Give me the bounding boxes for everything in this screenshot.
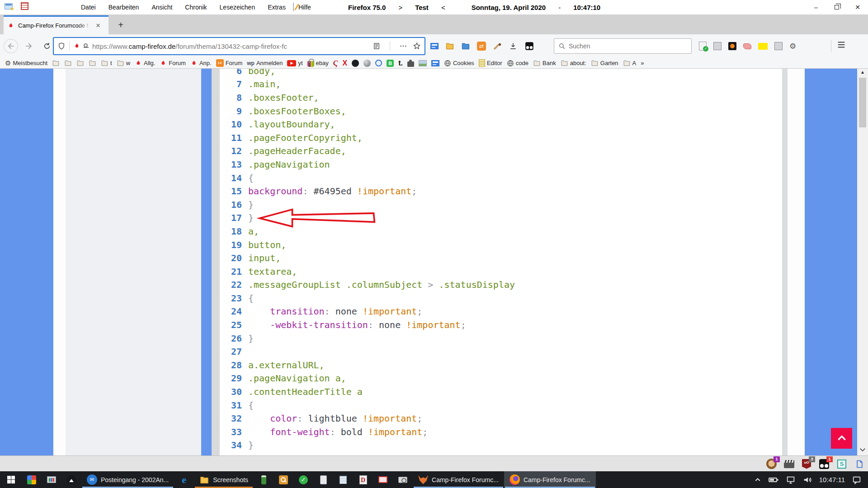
brush-icon[interactable]	[493, 42, 502, 51]
menu-item-extras[interactable]: Extras	[261, 0, 292, 14]
addon-bookmark-page[interactable]	[854, 458, 865, 470]
sidebar-toggle-icon[interactable]	[430, 43, 439, 49]
gear-addon-icon[interactable]: ⚙	[789, 42, 796, 50]
tracking-shield-icon[interactable]	[57, 42, 66, 50]
taskbar-icon-camera[interactable]	[393, 471, 413, 488]
bookmark-item-allg[interactable]: Allg.	[132, 58, 157, 68]
v-badge-icon[interactable]	[713, 42, 722, 50]
bookmark-item[interactable]: t.	[396, 58, 405, 68]
addon-monkey[interactable]: 1	[765, 458, 777, 470]
pencil-note-icon[interactable]	[293, 3, 294, 11]
back-button[interactable]	[4, 39, 18, 53]
search-input[interactable]	[569, 39, 689, 53]
css-addon-icon[interactable]	[758, 43, 768, 50]
bookmark-item[interactable]	[361, 58, 373, 68]
menu-item-lesezeichen[interactable]: Lesezeichen	[213, 0, 262, 14]
bookmark-item-cookies[interactable]: Cookies	[442, 58, 476, 68]
mask-addon-icon[interactable]	[525, 42, 533, 50]
speaker-icon[interactable]	[802, 475, 812, 485]
bookmark-item-w[interactable]: w	[114, 58, 132, 68]
code-left-scrollbar[interactable]	[212, 69, 220, 455]
taskbar-icon-chart-monitor[interactable]	[42, 471, 61, 488]
bookmark-star-icon[interactable]	[413, 42, 421, 50]
menu-button[interactable]	[836, 40, 846, 50]
addon-cookie-mask[interactable]: 1	[818, 458, 830, 470]
orange-dot-addon-icon[interactable]	[728, 42, 736, 50]
bookmark-item-anp[interactable]: Anp.	[188, 58, 214, 68]
menu-item-chronik[interactable]: Chronik	[179, 0, 213, 14]
bookmark-item[interactable]: B	[384, 58, 396, 68]
download-icon[interactable]	[509, 42, 518, 51]
permissions-icon[interactable]	[83, 43, 90, 49]
minimize-button[interactable]: –	[806, 0, 826, 14]
taskbar-icon-edge[interactable]: e	[174, 471, 194, 488]
taskbar-icon-notepad[interactable]	[333, 471, 353, 488]
network-icon[interactable]	[786, 475, 796, 485]
taskbar-button-firefox[interactable]: Camp-Firefox Forumc...	[504, 471, 596, 488]
bookmark-item-editor[interactable]: Editor	[476, 58, 505, 68]
tray-chevron-up-icon[interactable]	[754, 476, 761, 483]
blue-folder-icon[interactable]	[461, 42, 470, 51]
addon-clapperboard[interactable]	[783, 458, 795, 470]
url-input[interactable]: https://www.camp-firefox.de/forum/thema/…	[92, 42, 373, 50]
tab-close-icon[interactable]: ✕	[93, 22, 103, 29]
bookmark-item[interactable]	[74, 58, 86, 68]
taskbar-button-thunderbird[interactable]: ✉Posteingang - 2002An...	[81, 471, 174, 488]
reload-button[interactable]	[40, 39, 54, 53]
new-tab-button[interactable]: +	[114, 18, 127, 32]
session-window-icon[interactable]	[5, 3, 13, 9]
taskbar-button-folder-yellow[interactable]: Screenshots	[194, 471, 254, 488]
menu-item-bearbeiten[interactable]: Bearbeiten	[102, 0, 146, 14]
bookmark-item-garten[interactable]: Garten	[589, 58, 621, 68]
bookmark-item[interactable]	[50, 58, 62, 68]
bookmark-item-t[interactable]: t	[99, 58, 114, 68]
v-badge-icon-2[interactable]	[774, 42, 783, 50]
page-actions-dots-icon[interactable]	[399, 42, 407, 50]
bookmark-item-ebay[interactable]: ebay	[305, 58, 331, 68]
bookmark-item[interactable]	[429, 58, 442, 68]
bookmark-item-about[interactable]: about:	[558, 58, 589, 68]
sync-addon-icon[interactable]: ⇄	[477, 42, 486, 51]
start-button[interactable]	[0, 471, 22, 488]
bookmark-item-[interactable]: »	[638, 58, 646, 68]
scrollbar-thumb[interactable]	[859, 78, 866, 127]
validator-check-icon[interactable]	[699, 42, 707, 51]
bookmark-item[interactable]	[62, 58, 74, 68]
bookmark-item-yt[interactable]: ▶yt	[285, 58, 305, 68]
reader-mode-icon[interactable]	[373, 42, 381, 50]
scrollbar-up-icon[interactable]: ▲	[857, 70, 868, 75]
taskbar-icon-photos[interactable]	[61, 471, 81, 488]
taskbar-icon-red-monitor[interactable]	[373, 471, 393, 488]
taskbar-icon-bottle[interactable]	[254, 471, 274, 488]
bookmark-item-forum[interactable]: Forum	[157, 58, 188, 68]
open-folder-icon[interactable]	[445, 42, 454, 51]
bookmark-item-anmelden[interactable]: wpAnmelden	[245, 58, 285, 68]
bookmark-item[interactable]: X	[340, 58, 349, 68]
restore-button[interactable]	[826, 0, 847, 14]
menu-item-datei[interactable]: Datei	[75, 0, 102, 14]
bookmark-item[interactable]	[416, 58, 429, 68]
bookmark-item[interactable]	[373, 58, 384, 68]
red-grid-icon[interactable]	[21, 2, 28, 10]
taskbar-icon-cube[interactable]	[22, 471, 42, 488]
taskbar-button-fox[interactable]: Camp-Firefox Forumc...	[413, 471, 504, 488]
url-bar[interactable]: https://www.camp-firefox.de/forum/thema/…	[53, 37, 425, 55]
battery-icon[interactable]	[768, 474, 779, 485]
taskbar-icon-d-letter[interactable]: D	[353, 471, 373, 488]
forward-button[interactable]	[22, 39, 36, 53]
action-center-icon[interactable]	[852, 475, 862, 485]
bookmark-item-meistbesucht[interactable]: ⚙Meistbesucht	[3, 58, 50, 68]
scrollbar-down-icon[interactable]	[859, 446, 867, 454]
bookmark-item-code[interactable]: code	[505, 58, 531, 68]
bookmark-item-forum[interactable]: f-fForum	[214, 58, 245, 68]
bookmark-item[interactable]	[86, 58, 99, 68]
tray-clock[interactable]: 10:47:11	[819, 476, 845, 483]
taskbar-icon-key[interactable]	[274, 471, 293, 488]
taskbar-icon-card[interactable]	[313, 471, 333, 488]
bookmark-item-bank[interactable]: Bank	[531, 58, 558, 68]
tab-camp-firefox[interactable]: Camp-Firefox Forumcode f ✕	[4, 15, 108, 34]
search-bar[interactable]	[554, 38, 692, 54]
scroll-to-top-button[interactable]	[831, 428, 852, 449]
bookmark-item[interactable]: Ϛ	[331, 58, 340, 68]
code-right-scrollbar[interactable]	[782, 69, 788, 455]
